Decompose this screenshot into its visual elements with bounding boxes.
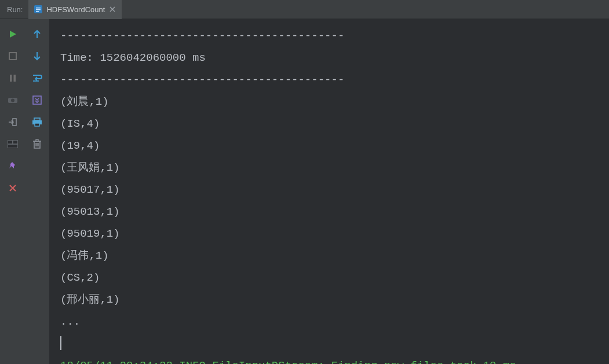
- scroll-to-end-button[interactable]: [30, 93, 44, 107]
- scroll-up-button[interactable]: [30, 27, 44, 41]
- dump-threads-button[interactable]: [6, 93, 20, 107]
- layout-button[interactable]: [6, 137, 20, 151]
- output-row: (95019,1): [60, 223, 599, 245]
- console-output[interactable]: ----------------------------------------…: [50, 19, 609, 364]
- soft-wrap-button[interactable]: [30, 71, 44, 85]
- clear-all-button[interactable]: [30, 137, 44, 151]
- output-row: (IS,4): [60, 113, 599, 135]
- time-line: Time: 1526042060000 ms: [60, 47, 599, 69]
- log-info-line: 18/05/11 20:34:22 INFO FileInputDStream:…: [60, 355, 599, 364]
- svg-rect-1: [36, 8, 41, 9]
- svg-rect-17: [8, 145, 17, 148]
- output-row: (刘晨,1): [60, 91, 599, 113]
- output-row: (95013,1): [60, 201, 599, 223]
- output-row: (19,4): [60, 135, 599, 157]
- print-button[interactable]: [30, 115, 44, 129]
- svg-rect-8: [10, 75, 12, 82]
- svg-rect-2: [36, 9, 41, 10]
- output-row: (95017,1): [60, 179, 599, 201]
- output-row: (邢小丽,1): [60, 289, 599, 311]
- svg-rect-24: [34, 118, 40, 120]
- run-tab[interactable]: HDFSWordCount: [28, 0, 122, 19]
- svg-rect-32: [36, 139, 38, 141]
- scroll-down-button[interactable]: [30, 49, 44, 63]
- svg-rect-7: [9, 53, 16, 60]
- text-caret: [60, 336, 61, 350]
- run-tab-label: HDFSWordCount: [46, 5, 105, 14]
- run-actions-column: [0, 19, 25, 364]
- svg-point-11: [11, 99, 14, 102]
- svg-rect-26: [35, 123, 39, 126]
- svg-marker-6: [10, 31, 16, 38]
- output-row: (CS,2): [60, 267, 599, 289]
- pin-button[interactable]: [6, 159, 20, 173]
- close-icon[interactable]: [109, 6, 116, 13]
- output-ellipsis: ...: [60, 311, 599, 333]
- run-button[interactable]: [6, 27, 20, 41]
- svg-rect-15: [8, 141, 12, 144]
- stop-button[interactable]: [6, 49, 20, 63]
- run-header: Run: HDFSWordCount: [0, 0, 609, 19]
- console-actions-column: [25, 19, 50, 364]
- pause-button[interactable]: [6, 71, 20, 85]
- run-label: Run:: [0, 5, 28, 14]
- caret-line: [60, 333, 599, 355]
- separator-line: ----------------------------------------…: [60, 69, 599, 91]
- output-row: (王风娟,1): [60, 157, 599, 179]
- scala-file-icon: [34, 5, 42, 13]
- svg-rect-16: [13, 141, 17, 144]
- exit-button[interactable]: [6, 115, 20, 129]
- svg-rect-3: [36, 11, 39, 12]
- separator-line: ----------------------------------------…: [60, 25, 599, 47]
- close-button[interactable]: [6, 181, 20, 195]
- output-row: (冯伟,1): [60, 245, 599, 267]
- svg-rect-9: [13, 75, 16, 82]
